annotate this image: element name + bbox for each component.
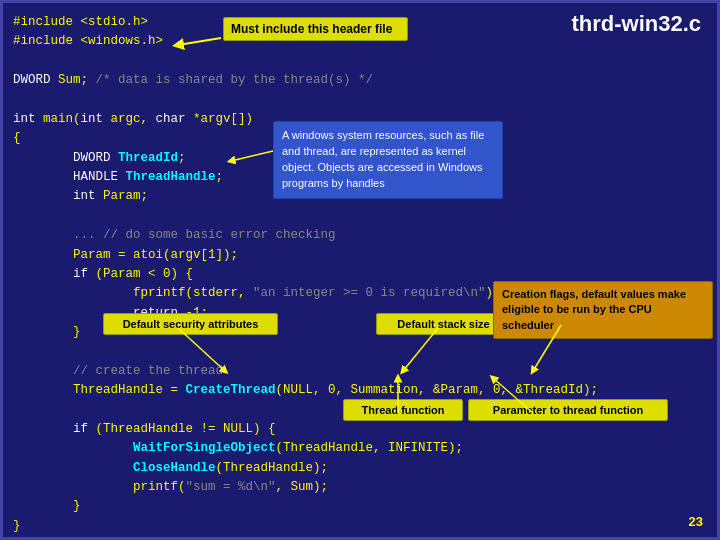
code-line-24: CloseHandle(ThreadHandle);	[13, 459, 707, 478]
code-line-4: DWORD Sum; /* data is shared by the thre…	[13, 71, 707, 90]
code-line-23: WaitForSingleObject(ThreadHandle, INFINI…	[13, 439, 707, 458]
code-line-27: }	[13, 517, 707, 536]
code-line-19: // create the thread	[13, 362, 707, 381]
code-line-13: Param = atoi(argv[1]);	[13, 246, 707, 265]
code-spacer-3	[13, 207, 707, 226]
slide: thrd-win32.c #include <stdio.h> #include…	[0, 0, 720, 540]
stack-tooltip: Default stack size	[376, 313, 511, 335]
code-spacer-4	[13, 342, 707, 361]
code-line-25: printf("sum = %d\n", Sum);	[13, 478, 707, 497]
creation-flags-text: Creation flags, default values make elig…	[502, 288, 686, 331]
parameter-tooltip: Parameter to thread function	[468, 399, 668, 421]
include-2: #include <windows.h>	[13, 34, 163, 48]
security-tooltip: Default security attributes	[103, 313, 278, 335]
code-area: #include <stdio.h> #include <windows.h> …	[13, 13, 707, 507]
kernel-object-text: A windows system resources, such as file…	[282, 129, 484, 189]
code-spacer-2	[13, 91, 707, 110]
code-line-22: if (ThreadHandle != NULL) {	[13, 420, 707, 439]
code-line-12: ... // do some basic error checking	[13, 226, 707, 245]
thread-function-tooltip: Thread function	[343, 399, 463, 421]
code-line-20: ThreadHandle = CreateThread(NULL, 0, Sum…	[13, 381, 707, 400]
creation-flags-tooltip: Creation flags, default values make elig…	[493, 281, 713, 339]
header-tooltip: Must include this header file	[223, 17, 408, 41]
code-line-26: }	[13, 497, 707, 516]
kernel-object-tooltip: A windows system resources, such as file…	[273, 121, 503, 199]
code-spacer-1	[13, 52, 707, 71]
slide-number: 23	[689, 514, 703, 529]
include-1: #include <stdio.h>	[13, 15, 148, 29]
